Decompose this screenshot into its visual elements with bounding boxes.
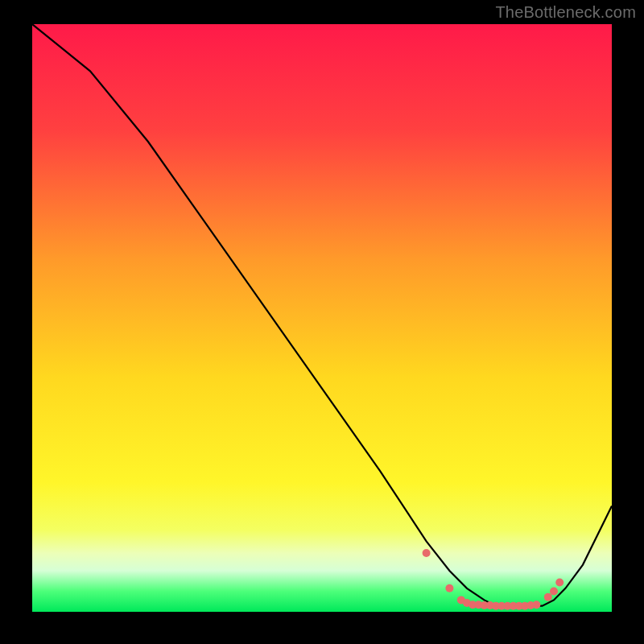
watermark-text: TheBottleneck.com: [495, 3, 636, 22]
gradient-background: [32, 24, 612, 612]
data-point: [445, 584, 453, 592]
chart-svg: [32, 24, 612, 612]
data-point: [550, 588, 558, 596]
data-point: [532, 601, 540, 609]
plot-area: [32, 24, 612, 612]
data-point: [423, 549, 431, 557]
data-point: [555, 579, 564, 587]
data-point: [544, 593, 552, 601]
chart-frame: TheBottleneck.com: [0, 0, 644, 644]
